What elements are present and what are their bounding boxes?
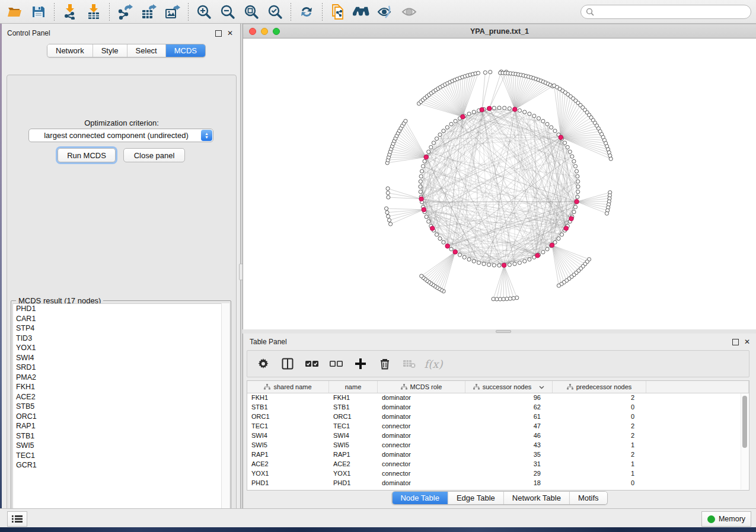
horizontal-split-divider[interactable] — [243, 329, 756, 334]
graph-node[interactable] — [508, 107, 511, 110]
graph-node[interactable] — [576, 175, 579, 178]
float-panel-icon[interactable] — [215, 30, 222, 37]
graph-leaf-node[interactable] — [388, 222, 392, 226]
graph-node[interactable] — [541, 250, 545, 254]
export-table-button[interactable] — [139, 2, 159, 21]
graph-node[interactable] — [503, 106, 506, 110]
zoom-in-button[interactable] — [194, 2, 214, 21]
graph-node[interactable] — [487, 263, 491, 267]
mcds-result-item[interactable]: STB1 — [13, 431, 229, 441]
graph-node[interactable] — [541, 119, 545, 123]
split-handle[interactable] — [496, 330, 511, 333]
table-row[interactable]: TEC1TEC1connector472 — [247, 422, 749, 431]
tab-mcds[interactable]: MCDS — [166, 44, 205, 57]
mcds-result-item[interactable]: YOX1 — [13, 343, 229, 353]
graph-node[interactable] — [568, 150, 572, 153]
tab-edge-table[interactable]: Edge Table — [448, 492, 504, 504]
graph-node[interactable] — [576, 195, 579, 198]
graph-node[interactable] — [573, 205, 577, 209]
graph-node[interactable] — [492, 106, 496, 110]
graph-node[interactable] — [513, 262, 516, 265]
graph-node[interactable] — [425, 215, 428, 219]
graph-node[interactable] — [445, 126, 449, 129]
mcds-result-item[interactable]: RAP1 — [13, 421, 229, 431]
graph-node[interactable] — [435, 233, 438, 236]
export-image-button[interactable] — [162, 2, 183, 21]
graph-node[interactable] — [427, 220, 430, 223]
graph-leaf-node[interactable] — [483, 70, 487, 74]
graph-node[interactable] — [482, 262, 486, 265]
column-header-MCDS-role[interactable]: MCDS role — [378, 381, 465, 393]
zoom-selected-button[interactable] — [265, 2, 285, 21]
mcds-hub-node[interactable] — [445, 244, 450, 249]
save-session-button[interactable] — [28, 2, 49, 21]
table-row[interactable]: FKH1FKH1dominator962 — [247, 393, 749, 403]
mcds-hub-node[interactable] — [487, 106, 492, 111]
table-row[interactable]: RAP1RAP1dominator352 — [247, 450, 749, 460]
column-header-predecessor-nodes[interactable]: predecessor nodes — [553, 381, 646, 393]
delete-table-button[interactable] — [401, 356, 417, 371]
mcds-hub-node[interactable] — [535, 254, 540, 258]
graph-node[interactable] — [528, 112, 531, 116]
graph-node[interactable] — [570, 155, 574, 158]
hide-selected-button[interactable] — [375, 2, 395, 21]
mcds-hub-node[interactable] — [480, 107, 484, 112]
graph-node[interactable] — [421, 164, 425, 168]
mcds-hub-node[interactable] — [575, 200, 579, 204]
mcds-result-item[interactable]: GCR1 — [13, 460, 229, 470]
network-graph[interactable] — [243, 39, 756, 328]
close-panel-icon[interactable]: ✕ — [227, 31, 233, 36]
table-row[interactable]: SWI5SWI5connector431 — [247, 441, 749, 450]
mcds-result-item[interactable]: CAR1 — [13, 314, 229, 324]
graph-node[interactable] — [467, 112, 471, 116]
show-column-panel-button[interactable] — [280, 356, 295, 371]
graph-node[interactable] — [467, 258, 471, 261]
graph-node[interactable] — [477, 261, 480, 264]
graph-node[interactable] — [423, 159, 426, 163]
mcds-result-item[interactable]: TID3 — [13, 334, 229, 344]
graph-node[interactable] — [435, 137, 438, 140]
mcds-hub-node[interactable] — [424, 155, 429, 159]
table-scrollbar[interactable] — [741, 393, 748, 489]
graph-node[interactable] — [518, 108, 521, 112]
graph-node[interactable] — [492, 264, 496, 267]
graph-leaf-node[interactable] — [404, 119, 407, 123]
mcds-hub-node[interactable] — [502, 263, 506, 268]
column-header-successor-nodes[interactable]: successor nodes — [465, 381, 553, 393]
float-panel-icon[interactable] — [732, 339, 739, 345]
graph-node[interactable] — [560, 233, 563, 236]
network-search-box[interactable] — [580, 5, 751, 19]
tab-style[interactable]: Style — [93, 44, 127, 57]
select-all-columns-button[interactable] — [304, 356, 320, 371]
graph-node[interactable] — [557, 237, 560, 241]
graph-node[interactable] — [442, 241, 445, 244]
zoom-fit-button[interactable] — [241, 2, 261, 21]
import-network-button[interactable] — [60, 2, 80, 21]
mcds-hub-node[interactable] — [461, 114, 465, 119]
open-file-button[interactable] — [5, 2, 25, 21]
graph-node[interactable] — [566, 145, 569, 149]
graph-leaf-node[interactable] — [386, 191, 390, 195]
graph-node[interactable] — [518, 261, 521, 264]
graph-node[interactable] — [427, 150, 430, 153]
graph-node[interactable] — [532, 114, 536, 118]
graph-node[interactable] — [449, 247, 453, 251]
graph-leaf-node[interactable] — [387, 219, 391, 222]
graph-leaf-node[interactable] — [609, 157, 613, 161]
find-button[interactable] — [352, 2, 372, 21]
graph-leaf-node[interactable] — [476, 71, 480, 75]
tab-select[interactable]: Select — [127, 44, 166, 57]
graph-node[interactable] — [575, 169, 578, 173]
graph-node[interactable] — [537, 117, 540, 120]
network-canvas[interactable] — [243, 39, 756, 328]
manage-networks-button[interactable] — [328, 2, 348, 21]
graph-leaf-node[interactable] — [557, 284, 560, 287]
mcds-hub-node[interactable] — [512, 107, 517, 112]
graph-leaf-node[interactable] — [385, 211, 389, 214]
graph-node[interactable] — [497, 264, 501, 267]
mcds-hub-node[interactable] — [550, 243, 554, 248]
table-row[interactable]: ORC1ORC1dominator610 — [247, 412, 749, 422]
table-row[interactable]: STB1STB1dominator620 — [247, 403, 749, 412]
graph-node[interactable] — [449, 122, 453, 126]
mcds-result-item[interactable]: FKH1 — [13, 382, 229, 392]
